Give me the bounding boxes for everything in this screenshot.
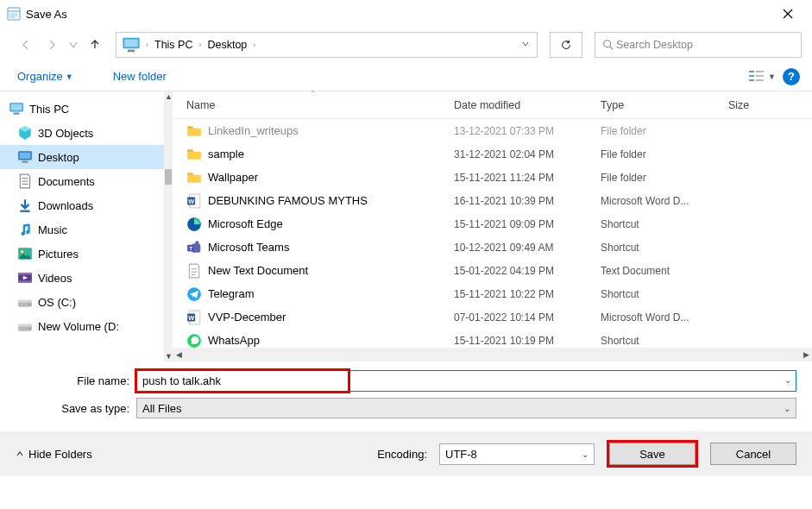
help-button[interactable]: ? — [783, 68, 800, 85]
down-icon — [17, 198, 33, 213]
drive-icon — [17, 318, 33, 334]
hide-folders-button[interactable]: Hide Folders — [16, 448, 92, 461]
bottom-bar: Hide Folders Encoding: UTF-8 ⌄ Save Canc… — [0, 431, 812, 476]
file-name: VVP-December — [208, 311, 286, 324]
svg-rect-31 — [18, 273, 32, 274]
form-area: File name: ⌄ Save as type: All Files ⌄ — [0, 361, 812, 428]
tree-scrollbar[interactable]: ▲ ▼ — [164, 91, 173, 361]
file-name: sample — [208, 148, 244, 160]
filename-input[interactable] — [136, 370, 796, 392]
svg-rect-14 — [749, 79, 754, 81]
file-row[interactable]: Microsoft Edge15-11-2021 09:09 PMShortcu… — [173, 212, 812, 236]
file-date: 16-11-2021 10:39 PM — [454, 195, 601, 207]
tree-item[interactable]: This PC — [0, 97, 164, 121]
column-type[interactable]: Type — [601, 99, 728, 111]
svg-rect-17 — [756, 79, 764, 81]
svg-rect-12 — [749, 71, 754, 72]
svg-rect-37 — [18, 324, 32, 327]
tree-item[interactable]: 3D Objects — [0, 121, 164, 145]
file-row[interactable]: Telegram15-11-2021 10:22 PMShortcut — [173, 282, 812, 305]
file-row[interactable]: WhatsApp15-11-2021 10:19 PMShortcut — [173, 329, 812, 348]
tree-item[interactable]: Pictures — [0, 242, 164, 266]
drive-icon — [17, 294, 33, 310]
close-button[interactable] — [771, 0, 805, 28]
pc-icon — [122, 35, 141, 54]
file-date: 31-12-2021 02:04 PM — [454, 148, 601, 160]
tree-item-label: 3D Objects — [38, 127, 93, 140]
file-list-hscrollbar[interactable]: ◀▶ — [173, 348, 812, 361]
crumb-this-pc[interactable]: This PC — [150, 39, 197, 51]
title-bar: Save As — [0, 0, 812, 28]
tree-item[interactable]: Documents — [0, 169, 164, 193]
encoding-select[interactable]: UTF-8 ⌄ — [439, 443, 595, 465]
chevron-up-icon — [16, 449, 24, 458]
tree-item-label: Pictures — [38, 248, 79, 261]
svg-rect-9 — [128, 50, 135, 53]
tree-item-label: Desktop — [38, 151, 79, 164]
svg-rect-22 — [20, 153, 31, 159]
savetype-select[interactable]: All Files ⌄ — [136, 398, 796, 418]
sort-indicator-icon: ˄ — [311, 90, 315, 98]
tree-item[interactable]: OS (C:) — [0, 290, 164, 314]
organize-menu[interactable]: Organize▼ — [12, 67, 79, 85]
new-folder-button[interactable]: New folder — [108, 67, 172, 85]
file-name: DEBUNKING FAMOUS MYTHS — [208, 194, 368, 207]
address-bar[interactable]: › This PC › Desktop › — [116, 32, 538, 58]
cancel-button[interactable]: Cancel — [710, 443, 796, 465]
music-icon — [17, 222, 33, 237]
file-name: Microsoft Teams — [208, 241, 289, 254]
tree-item-label: Music — [38, 223, 67, 236]
file-type: Text Document — [601, 265, 728, 277]
svg-rect-8 — [124, 40, 138, 47]
save-button[interactable]: Save — [609, 443, 696, 465]
tree-item[interactable]: Music — [0, 217, 164, 242]
tree-item[interactable]: Desktop — [0, 145, 164, 169]
column-size[interactable]: Size — [728, 99, 812, 111]
file-row[interactable]: Wallpaper15-11-2021 11:24 PMFile folder — [173, 166, 812, 189]
crumb-desktop[interactable]: Desktop — [203, 39, 251, 51]
file-row[interactable]: WDEBUNKING FAMOUS MYTHS16-11-2021 10:39 … — [173, 189, 812, 212]
txt-icon — [186, 263, 202, 279]
search-box[interactable] — [595, 32, 802, 58]
svg-point-29 — [21, 250, 23, 253]
file-list-header[interactable]: Name Date modified Type Size — [173, 91, 812, 119]
notepad-icon — [7, 7, 21, 21]
up-button[interactable] — [85, 35, 105, 55]
tree-item-label: Documents — [38, 175, 95, 188]
file-list[interactable]: ˄ Name Date modified Type Size LinkedIn_… — [173, 91, 812, 361]
file-row[interactable]: LinkedIn_writeups13-12-2021 07:33 PMFile… — [173, 119, 812, 142]
whatsapp-icon — [186, 333, 202, 349]
search-input[interactable] — [614, 38, 794, 52]
filename-dropdown-icon[interactable]: ⌄ — [779, 375, 791, 385]
chevron-down-icon: ⌄ — [778, 404, 790, 413]
folder-tree[interactable]: This PC3D ObjectsDesktopDocumentsDownloa… — [0, 91, 164, 361]
column-date[interactable]: Date modified — [454, 99, 601, 111]
view-options[interactable]: ▼ — [748, 69, 776, 85]
file-type: File folder — [601, 148, 728, 160]
svg-point-10 — [604, 41, 611, 47]
back-button[interactable] — [16, 35, 36, 55]
tree-item[interactable]: Videos — [0, 266, 164, 290]
recent-dropdown[interactable] — [67, 35, 79, 55]
file-type: File folder — [601, 172, 728, 184]
forward-button[interactable] — [41, 35, 62, 55]
svg-rect-13 — [749, 75, 754, 77]
file-date: 10-12-2021 09:49 AM — [454, 242, 601, 254]
vid-icon — [17, 270, 33, 286]
savetype-label: Save as type: — [16, 402, 136, 415]
desktop-icon — [17, 149, 33, 165]
file-row[interactable]: TMicrosoft Teams10-12-2021 09:49 AMShort… — [173, 236, 812, 259]
filename-label: File name: — [16, 374, 136, 387]
column-name[interactable]: Name — [173, 99, 454, 111]
address-dropdown-icon[interactable] — [514, 39, 537, 51]
file-row[interactable]: sample31-12-2021 02:04 PMFile folder — [173, 142, 812, 166]
svg-text:W: W — [188, 197, 194, 204]
3d-icon — [17, 125, 33, 141]
file-row[interactable]: WVVP-December07-01-2022 10:14 PMMicrosof… — [173, 305, 812, 329]
tree-item[interactable]: Downloads — [0, 193, 164, 217]
crumb-sep-icon: › — [144, 41, 150, 49]
refresh-button[interactable] — [550, 32, 582, 58]
file-row[interactable]: New Text Document15-01-2022 04:19 PMText… — [173, 259, 812, 282]
tree-item[interactable]: New Volume (D: — [0, 314, 164, 338]
file-name: Telegram — [208, 287, 254, 300]
